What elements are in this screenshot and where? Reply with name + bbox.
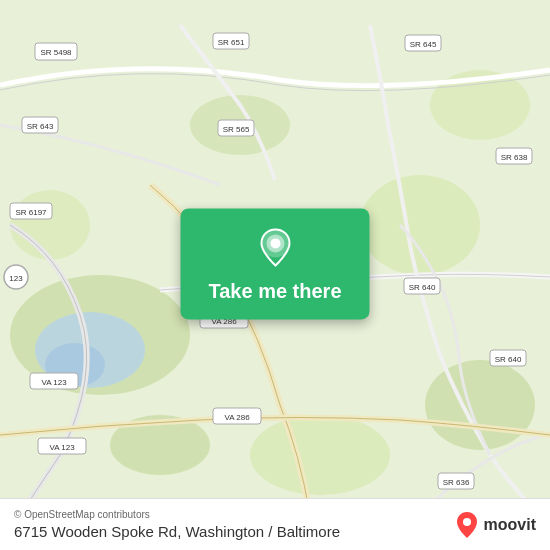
- cta-box[interactable]: Take me there: [180, 208, 369, 319]
- svg-point-43: [270, 238, 280, 248]
- svg-point-44: [463, 518, 471, 526]
- svg-text:123: 123: [9, 274, 23, 283]
- moovit-logo: moovit: [455, 511, 536, 539]
- svg-text:SR 645: SR 645: [410, 40, 437, 49]
- svg-text:VA 123: VA 123: [41, 378, 67, 387]
- svg-text:SR 643: SR 643: [27, 122, 54, 131]
- location-pin-icon: [257, 226, 293, 272]
- cta-overlay[interactable]: Take me there: [180, 208, 369, 319]
- svg-text:SR 565: SR 565: [223, 125, 250, 134]
- svg-text:SR 640: SR 640: [495, 355, 522, 364]
- svg-text:SR 6197: SR 6197: [15, 208, 47, 217]
- svg-text:SR 638: SR 638: [501, 153, 528, 162]
- svg-text:VA 123: VA 123: [49, 443, 75, 452]
- svg-text:SR 636: SR 636: [443, 478, 470, 487]
- svg-text:SR 640: SR 640: [409, 283, 436, 292]
- map-container: SR 5498 SR 651 SR 645 SR 643 SR 638 SR 6…: [0, 0, 550, 550]
- copyright-text: © OpenStreetMap contributors: [14, 509, 340, 520]
- address-text: 6715 Wooden Spoke Rd, Washington / Balti…: [14, 523, 340, 540]
- svg-text:SR 5498: SR 5498: [40, 48, 72, 57]
- svg-point-2: [360, 175, 480, 275]
- bottom-bar: © OpenStreetMap contributors 6715 Wooden…: [0, 498, 550, 550]
- svg-text:VA 286: VA 286: [224, 413, 250, 422]
- svg-point-4: [250, 415, 390, 495]
- svg-point-6: [10, 190, 90, 260]
- address-section: © OpenStreetMap contributors 6715 Wooden…: [14, 509, 340, 540]
- moovit-pin-icon: [455, 511, 479, 539]
- moovit-brand-text: moovit: [484, 516, 536, 534]
- svg-text:SR 651: SR 651: [218, 38, 245, 47]
- take-me-there-button[interactable]: Take me there: [208, 280, 341, 303]
